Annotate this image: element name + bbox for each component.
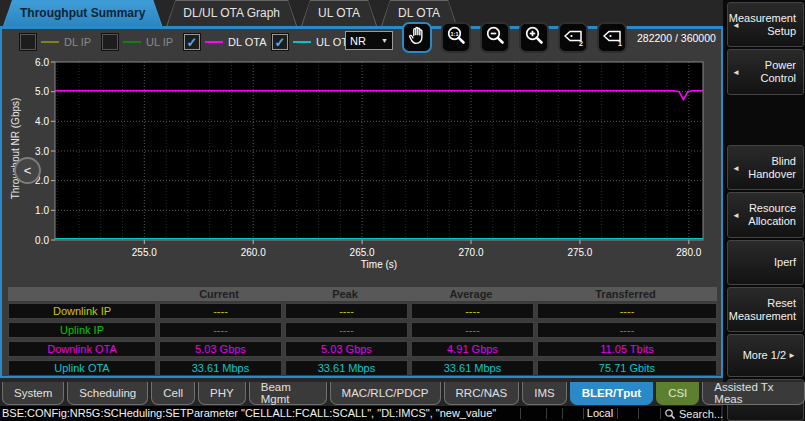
zoom-in-button[interactable] xyxy=(519,22,549,53)
svg-text:Time (s): Time (s) xyxy=(361,259,397,270)
column-header-average: Average xyxy=(408,287,534,301)
svg-text:3.0: 3.0 xyxy=(35,146,49,157)
top-tab-bar: Throughput SummaryDL/UL OTA GraphUL OTAD… xyxy=(3,0,457,26)
cell-uplink-ip-current: ---- xyxy=(159,322,282,338)
measurement-setup-button[interactable]: ◄Measurement Setup xyxy=(727,2,804,47)
row-label: Uplink OTA xyxy=(8,360,156,376)
throughput-chart[interactable]: 255.0260.0265.0270.0275.0280.00.01.02.03… xyxy=(28,58,718,273)
statusbar-divider xyxy=(583,408,584,419)
marker-2-icon: 2 xyxy=(562,25,584,51)
softkey-sidebar: ◄Measurement Setup◄Power Control◄Blind H… xyxy=(723,0,805,421)
svg-text:4.0: 4.0 xyxy=(35,116,49,127)
checkbox-ul-ip[interactable] xyxy=(102,34,118,50)
cell-uplink-ip-peak: ---- xyxy=(285,322,408,338)
marker-2-button[interactable]: 2 xyxy=(558,22,588,53)
iperf-button[interactable]: Iperf xyxy=(727,240,804,285)
throughput-summary-window: Throughput SummaryDL/UL OTA GraphUL OTAD… xyxy=(0,0,805,421)
zoom-out-icon xyxy=(484,25,506,51)
cell-uplink-ota-transferred: 75.71 Gbits xyxy=(537,360,717,376)
svg-text:1: 1 xyxy=(618,40,622,47)
check-icon: ✓ xyxy=(187,36,198,49)
checkbox-dl-ota[interactable]: ✓ xyxy=(184,34,200,50)
checkbox-dl-ip[interactable] xyxy=(20,34,36,50)
cell-uplink-ota-average: 33.61 Mbps xyxy=(411,360,534,376)
tab-bler-tput[interactable]: BLER/Tput xyxy=(570,382,653,405)
cell-uplink-ota-current: 33.61 Mbps xyxy=(159,360,282,376)
reset-measurement-button[interactable]: Reset Measurement xyxy=(727,287,804,332)
search-button[interactable]: Search... xyxy=(664,406,723,421)
legend-group-dl-ota: ✓DL OTA xyxy=(184,33,267,51)
legend-label: UL IP xyxy=(146,36,173,48)
column-header xyxy=(8,287,156,301)
left-arrow-icon: ◄ xyxy=(732,66,740,79)
table-row-uplink-ip: Uplink IP---------------- xyxy=(8,322,717,338)
zoom-in-icon xyxy=(523,25,545,51)
cell-downlink-ota-current: 5.03 Gbps xyxy=(159,341,282,357)
tab-ul-ota[interactable]: UL OTA xyxy=(301,0,377,26)
y-axis-label: Throughput NR (Gbps) xyxy=(10,74,21,224)
cell-uplink-ip-transferred: ---- xyxy=(537,322,717,338)
svg-text:1.0: 1.0 xyxy=(35,205,49,216)
tab-rrc-nas[interactable]: RRC/NAS xyxy=(444,382,520,405)
pan-tool-icon xyxy=(406,25,428,51)
scpi-command-text: BSE:CONFig:NR5G:SCHeduling:SETParameter … xyxy=(2,406,496,421)
checkbox-ul-ota[interactable]: ✓ xyxy=(272,34,288,50)
collapse-panel-button[interactable]: < xyxy=(14,157,41,184)
statusbar-divider xyxy=(562,408,563,419)
local-indicator[interactable]: Local xyxy=(583,406,617,421)
legend-group-ul-ota: ✓UL OTA xyxy=(272,33,355,51)
series-color-swatch xyxy=(205,41,223,43)
pan-tool-button[interactable] xyxy=(402,22,432,53)
more-1-2-button[interactable]: More 1/2► xyxy=(727,334,804,377)
svg-text:6.0: 6.0 xyxy=(35,58,49,68)
tab-csi[interactable]: CSI xyxy=(656,382,699,405)
svg-text:255.0: 255.0 xyxy=(132,247,157,258)
cell-downlink-ota-average: 4.91 Gbps xyxy=(411,341,534,357)
search-icon xyxy=(664,408,676,420)
row-label: Downlink OTA xyxy=(8,341,156,357)
tab-throughput-summary[interactable]: Throughput Summary xyxy=(3,0,162,26)
legend-label: DL OTA xyxy=(228,36,267,48)
tab-scheduling[interactable]: Scheduling xyxy=(67,382,148,405)
softkey-label: More 1/2 xyxy=(743,349,786,362)
zoom-one-to-one-icon: 1:1 xyxy=(445,25,467,51)
tab-phy[interactable]: PHY xyxy=(198,382,246,405)
legend-group-dl-ip: DL IP xyxy=(20,33,91,51)
tab-dl-ul-ota-graph[interactable]: DL/UL OTA Graph xyxy=(166,0,297,26)
table-row-downlink-ota: Downlink OTA5.03 Gbps5.03 Gbps4.91 Gbps1… xyxy=(8,341,717,357)
power-control-button[interactable]: ◄Power Control xyxy=(727,49,804,95)
left-arrow-icon: ◄ xyxy=(732,161,740,174)
cell-downlink-ip-transferred: ---- xyxy=(537,303,717,319)
softkey-label: Resource Allocation xyxy=(740,202,796,228)
table-row-downlink-ip: Downlink IP---------------- xyxy=(8,303,717,319)
series-color-swatch xyxy=(123,41,141,43)
zoom-out-button[interactable] xyxy=(480,22,510,53)
tab-beam-mgmt[interactable]: Beam Mgmt xyxy=(249,382,327,405)
softkey-label: Iperf xyxy=(774,256,796,269)
resource-allocation-button[interactable]: ◄Resource Allocation xyxy=(727,192,804,238)
zoom-one-to-one-button[interactable]: 1:1 xyxy=(441,22,471,53)
row-label: Downlink IP xyxy=(8,303,156,319)
column-header-peak: Peak xyxy=(282,287,408,301)
tab-mac-rlc-pdcp[interactable]: MAC/RLC/PDCP xyxy=(330,382,441,405)
right-arrow-icon: ► xyxy=(788,349,796,362)
column-header-transferred: Transferred xyxy=(534,287,717,301)
blind-handover-button[interactable]: ◄Blind Handover xyxy=(727,145,804,190)
svg-text:1:1: 1:1 xyxy=(451,30,459,36)
cell-downlink-ip-current: ---- xyxy=(159,303,282,319)
column-header-current: Current xyxy=(156,287,282,301)
tab-ims[interactable]: IMS xyxy=(522,382,566,405)
tab-assisted-tx-meas[interactable]: Assisted Tx Meas xyxy=(702,382,805,405)
statusbar-divider xyxy=(638,408,639,419)
tab-system[interactable]: System xyxy=(2,382,64,405)
statusbar-divider xyxy=(617,408,618,419)
technology-select[interactable]: NR ▼ xyxy=(345,31,393,50)
cell-downlink-ip-peak: ---- xyxy=(285,303,408,319)
table-row-uplink-ota: Uplink OTA33.61 Mbps33.61 Mbps33.61 Mbps… xyxy=(8,360,717,376)
tab-cell[interactable]: Cell xyxy=(151,382,195,405)
marker-1-button[interactable]: 1 xyxy=(597,22,627,53)
check-icon: ✓ xyxy=(275,36,286,49)
statusbar-divider xyxy=(660,408,661,419)
svg-text:265.0: 265.0 xyxy=(350,247,375,258)
legend-group-ul-ip: UL IP xyxy=(102,33,173,51)
